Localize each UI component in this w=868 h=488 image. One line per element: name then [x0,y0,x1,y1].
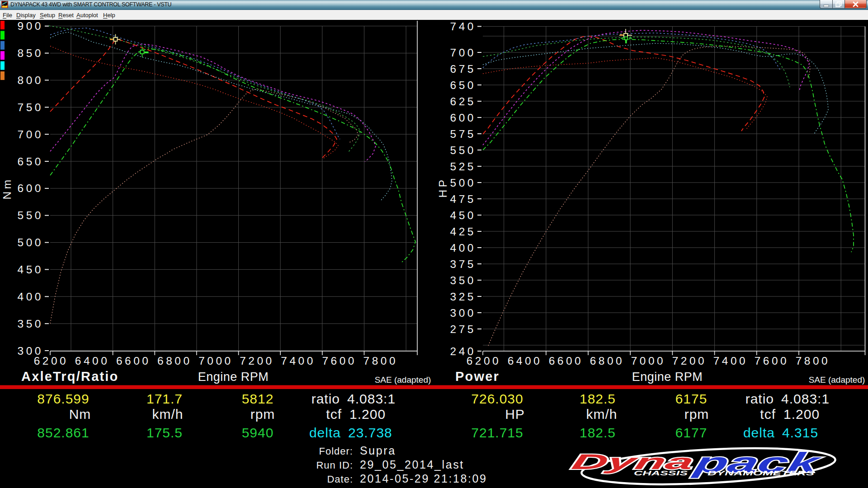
svg-text:HP: HP [437,177,449,197]
svg-text:500: 500 [18,236,43,249]
svg-text:475: 475 [450,193,476,205]
svg-text:6800: 6800 [590,355,625,367]
svg-text:tcf: tcf [760,407,776,422]
svg-text:650: 650 [450,79,476,91]
svg-text:625: 625 [450,95,476,108]
svg-text:delta: delta [309,425,341,440]
svg-text:182.5: 182.5 [580,391,616,406]
svg-text:4.083:1: 4.083:1 [781,391,830,406]
svg-text:900: 900 [18,20,43,32]
svg-text:300: 300 [450,307,476,319]
svg-text:SAE (adapted): SAE (adapted) [809,375,865,385]
svg-text:500: 500 [450,177,476,189]
svg-text:AxleTrq/Ratio: AxleTrq/Ratio [21,369,119,384]
svg-text:876.599: 876.599 [37,391,89,406]
svg-text:DYNAMOMETERS: DYNAMOMETERS [708,469,815,477]
svg-text:6400: 6400 [508,355,542,367]
svg-text:4.083:1: 4.083:1 [347,391,396,406]
svg-text:750: 750 [18,101,43,113]
svg-text:350: 350 [18,318,43,330]
svg-text:6200: 6200 [467,355,501,367]
svg-text:375: 375 [450,258,476,270]
svg-text:425: 425 [450,225,476,238]
svg-text:726.030: 726.030 [471,391,523,406]
svg-text:Engine RPM: Engine RPM [632,370,703,384]
svg-text:6600: 6600 [549,355,584,367]
svg-text:350: 350 [450,274,476,286]
svg-text:HP: HP [505,407,525,422]
svg-text:700: 700 [450,47,476,59]
svg-text:600: 600 [450,112,476,124]
svg-text:171.7: 171.7 [146,391,183,406]
svg-text:Engine RPM: Engine RPM [198,370,269,384]
svg-text:7800: 7800 [363,355,398,367]
svg-text:400: 400 [450,242,476,254]
svg-text:Supra: Supra [360,444,396,457]
svg-text:6175: 6175 [675,391,708,406]
svg-text:ratio: ratio [311,391,340,406]
svg-text:4.315: 4.315 [782,425,818,440]
svg-text:275: 275 [450,323,476,335]
svg-text:325: 325 [450,291,476,303]
svg-text:850: 850 [18,47,43,59]
svg-text:Run ID:: Run ID: [316,460,353,471]
svg-text:7600: 7600 [755,355,789,367]
svg-text:740: 740 [450,20,476,33]
svg-text:450: 450 [18,263,43,276]
svg-text:400: 400 [18,291,43,303]
svg-text:6177: 6177 [675,425,708,440]
svg-text:5812: 5812 [242,391,274,406]
svg-text:575: 575 [450,128,476,140]
svg-text:700: 700 [18,128,43,141]
svg-text:800: 800 [18,74,43,86]
svg-text:6600: 6600 [116,355,151,367]
svg-text:7200: 7200 [240,355,274,367]
svg-text:550: 550 [450,144,476,156]
svg-text:175.5: 175.5 [146,425,183,440]
svg-text:6800: 6800 [157,355,192,367]
svg-text:525: 525 [450,160,476,173]
svg-text:1.200: 1.200 [783,407,820,422]
svg-text:Nm: Nm [1,177,13,199]
svg-text:rpm: rpm [250,407,275,422]
svg-text:7800: 7800 [796,355,830,367]
svg-text:29_05_2014_last: 29_05_2014_last [360,458,464,471]
svg-text:6400: 6400 [75,355,110,367]
svg-text:7000: 7000 [631,355,666,367]
svg-text:Power: Power [455,369,500,384]
svg-text:Nm: Nm [69,407,91,422]
svg-text:7600: 7600 [322,355,357,367]
svg-text:182.5: 182.5 [580,425,616,440]
svg-text:600: 600 [18,182,43,194]
svg-text:852.861: 852.861 [37,425,89,440]
svg-text:450: 450 [450,209,476,221]
svg-text:23.738: 23.738 [348,425,392,440]
svg-text:7200: 7200 [672,355,707,367]
svg-text:550: 550 [18,209,43,221]
svg-text:CHASSIS: CHASSIS [634,469,688,477]
svg-text:km/h: km/h [152,407,183,422]
svg-text:Date:: Date: [327,474,353,485]
svg-text:7000: 7000 [198,355,233,367]
svg-text:5940: 5940 [242,425,274,440]
svg-text:721.715: 721.715 [471,425,523,440]
svg-text:650: 650 [18,155,43,168]
svg-text:7400: 7400 [713,355,748,367]
svg-text:675: 675 [450,63,476,75]
svg-text:2014-05-29 21:18:09: 2014-05-29 21:18:09 [360,472,487,485]
svg-text:ratio: ratio [745,391,774,406]
svg-text:delta: delta [743,425,775,440]
svg-text:1.200: 1.200 [349,407,386,422]
svg-text:Folder:: Folder: [319,446,353,457]
svg-text:7400: 7400 [281,355,316,367]
svg-text:tcf: tcf [326,407,342,422]
svg-text:km/h: km/h [586,407,617,422]
svg-text:6200: 6200 [34,355,69,367]
svg-text:rpm: rpm [684,407,709,422]
svg-text:SAE (adapted): SAE (adapted) [375,375,431,385]
